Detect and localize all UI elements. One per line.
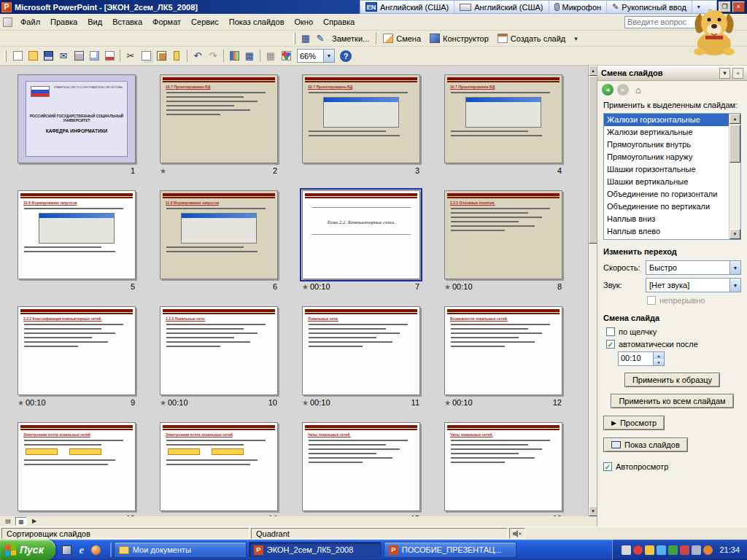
toolbar-options-chevron[interactable]: ▾ xyxy=(574,35,578,42)
language-indicator[interactable]: EN Английский (США) xyxy=(360,1,454,13)
slide-thumbnail[interactable]: Электронная почта локальных сетей xyxy=(18,422,136,511)
tray-icon[interactable] xyxy=(622,545,631,555)
tray-icon[interactable] xyxy=(703,545,713,555)
loop-checkbox[interactable] xyxy=(647,296,656,305)
transition-option[interactable]: Жалюзи горизонтальные xyxy=(604,114,729,126)
slide-thumbnail[interactable]: Электронная почта локальных сетей xyxy=(160,422,278,511)
open-icon[interactable] xyxy=(26,49,40,63)
listbox-scrollbar[interactable]: ▲ ▼ xyxy=(729,114,740,239)
taskbar-button[interactable]: ПОСОБИЕ_ПРЕЗЕНТАЦ... xyxy=(384,542,516,558)
slide-thumbnail[interactable]: 11.8 Формирование запросов xyxy=(160,190,278,279)
menu-item[interactable]: Файл xyxy=(15,15,45,28)
apply-to-master-button[interactable]: Применить к образцу xyxy=(624,373,720,387)
slide-thumbnail[interactable]: 2.2.3 Локальные сети. xyxy=(160,306,278,395)
slide-show-view-button[interactable]: ▶ xyxy=(28,517,40,526)
show-grid-icon[interactable]: ▦ xyxy=(263,49,278,63)
tray-icon[interactable] xyxy=(657,545,666,555)
transition-option[interactable]: Объединение по горизонтали xyxy=(604,188,729,201)
help-icon[interactable]: ? xyxy=(340,50,352,62)
menu-item[interactable]: Справка xyxy=(318,15,360,28)
new-document-icon[interactable] xyxy=(10,49,25,63)
sound-select[interactable]: [Нет звука] ▼ xyxy=(646,278,741,292)
transition-option[interactable]: Наплыв вниз xyxy=(604,213,729,225)
sound-dropdown-icon[interactable]: ▼ xyxy=(729,279,740,292)
slide-sorter-area[interactable]: Правительство России Правительство Москв… xyxy=(0,66,588,516)
print-icon[interactable] xyxy=(71,49,86,63)
slide-thumbnail[interactable]: Тема 2.2. Компьютерные сети. xyxy=(302,190,420,279)
transition-option[interactable]: Шашки вертикальные xyxy=(604,176,729,188)
scroll-up-icon[interactable]: ▲ xyxy=(729,114,740,124)
tray-icon[interactable] xyxy=(680,545,689,555)
insert-table-icon[interactable]: ▦ xyxy=(242,49,257,63)
color-scheme-icon[interactable] xyxy=(279,49,293,63)
show-desktop-icon[interactable] xyxy=(61,544,73,556)
keyboard-layout[interactable]: Английский (США) xyxy=(454,1,549,13)
on-click-checkbox[interactable] xyxy=(606,327,615,336)
zoom-dropdown-icon[interactable]: ▼ xyxy=(323,50,334,62)
spinner-up-icon[interactable]: ▲ xyxy=(654,352,664,359)
play-button[interactable]: ▶ Просмотр xyxy=(603,416,665,430)
start-button[interactable]: Пуск xyxy=(0,540,55,560)
toolbar-drag-handle[interactable] xyxy=(293,33,295,44)
internet-explorer-icon[interactable]: e xyxy=(76,544,88,556)
spelling-icon[interactable] xyxy=(102,49,117,63)
transition-option[interactable]: Наплыв влево xyxy=(604,225,729,238)
copy-icon[interactable] xyxy=(139,49,153,63)
menu-item[interactable]: Вид xyxy=(82,15,107,28)
sorter-vertical-scrollbar[interactable]: ▲ ▼ xyxy=(588,66,597,516)
format-painter-icon[interactable] xyxy=(169,49,184,63)
slide-thumbnail[interactable]: Локальные сети. xyxy=(302,306,420,395)
zoom-combobox[interactable]: 66% ▼ xyxy=(297,49,335,63)
apply-to-all-button[interactable]: Применить ко всем слайдам xyxy=(611,394,733,408)
handwriting-toggle[interactable]: ✎ Рукописный ввод xyxy=(607,1,692,13)
auto-preview-checkbox[interactable] xyxy=(603,462,612,471)
tray-icon[interactable] xyxy=(645,545,654,555)
new-slide-button[interactable]: Создать слайд xyxy=(493,32,570,44)
transition-option[interactable]: Прямоугольник наружу xyxy=(604,151,729,163)
menu-item[interactable]: Правка xyxy=(45,15,82,28)
speed-select[interactable]: Быстро ▼ xyxy=(646,260,741,275)
forward-button[interactable]: ► xyxy=(617,84,629,96)
back-button[interactable]: ◄ xyxy=(602,84,614,96)
normal-view-button[interactable]: ▤ xyxy=(2,517,14,526)
save-icon[interactable] xyxy=(41,49,55,63)
speed-dropdown-icon[interactable]: ▼ xyxy=(729,261,740,274)
notes-button[interactable]: Заметки... xyxy=(328,33,374,44)
slide-thumbnail[interactable]: Чаты локальных сетей. xyxy=(444,422,562,511)
redo-icon[interactable]: ↷ xyxy=(206,49,220,63)
spinner-down-icon[interactable]: ▼ xyxy=(654,359,664,365)
tray-icon[interactable] xyxy=(633,545,643,555)
document-icon[interactable] xyxy=(3,18,12,27)
transition-option[interactable]: Объединение по вертикали xyxy=(604,201,729,213)
tray-icon[interactable] xyxy=(692,545,701,555)
task-pane-close-icon[interactable]: × xyxy=(732,68,743,79)
menu-item[interactable]: Показ слайдов xyxy=(224,15,290,28)
home-icon[interactable]: ⌂ xyxy=(632,85,644,96)
slide-thumbnail[interactable]: 2.2.1 Основные понятия. xyxy=(444,190,562,279)
notes-pencil-icon[interactable]: ✎ xyxy=(313,31,328,46)
task-pane-menu-chevron[interactable]: ▼ xyxy=(719,68,730,79)
undo-icon[interactable]: ↶ xyxy=(190,49,205,63)
slide-show-button[interactable]: Показ слайдов xyxy=(603,438,688,452)
transition-option[interactable]: Прямоугольник внутрь xyxy=(604,139,729,151)
cut-icon[interactable]: ✂ xyxy=(123,49,138,63)
scrollbar-thumb[interactable] xyxy=(729,125,740,163)
transition-option[interactable]: Шашки горизонтальные xyxy=(604,163,729,176)
slide-thumbnail[interactable]: 10.? Проектирование БД xyxy=(444,74,562,163)
print-preview-icon[interactable] xyxy=(87,49,101,63)
menu-item[interactable]: Вставка xyxy=(107,15,147,28)
media-player-icon[interactable] xyxy=(90,544,102,556)
slide-thumbnail[interactable]: Возможности локальных сетей. xyxy=(444,306,562,395)
taskbar-button[interactable]: Мои документы xyxy=(114,542,247,558)
email-icon[interactable]: ✉ xyxy=(56,49,71,63)
toolbar-drag-handle[interactable] xyxy=(4,50,7,62)
slide-thumbnail[interactable]: 10.? Проектирование БД xyxy=(160,74,278,163)
show-formatting-icon[interactable]: ▦ xyxy=(298,31,313,46)
slide-thumbnail[interactable]: Правительство России Правительство Москв… xyxy=(18,74,136,163)
slide-thumbnail[interactable]: 2.2.2 Классификация компьютерных сетей. xyxy=(18,306,136,395)
transition-button[interactable]: Смена xyxy=(379,32,425,44)
menu-item[interactable]: Сервис xyxy=(186,15,224,28)
taskbar-button[interactable]: ЭКОН_2сем_ЛК5_2008 xyxy=(249,542,382,558)
transition-listbox[interactable]: Жалюзи горизонтальныеЖалюзи вертикальные… xyxy=(603,113,741,240)
paste-icon[interactable] xyxy=(154,49,169,63)
